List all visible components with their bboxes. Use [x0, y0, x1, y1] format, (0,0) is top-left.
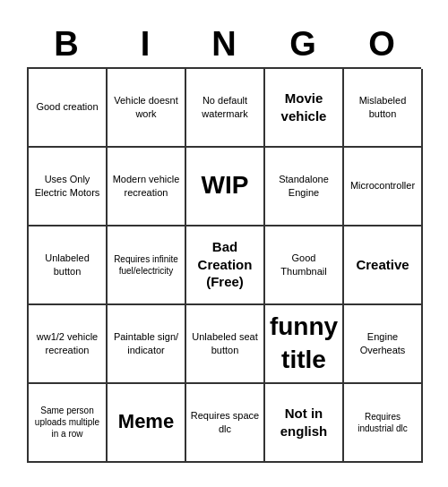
cell-22[interactable]: Requires space dlc — [186, 384, 265, 463]
cell-9[interactable]: Microcontroller — [344, 148, 423, 226]
cell-2[interactable]: No default watermark — [186, 69, 265, 148]
cell-10[interactable]: Unlabeled button — [29, 226, 108, 305]
letter-g: G — [263, 25, 342, 64]
cell-23[interactable]: Not in english — [265, 384, 344, 463]
cell-7[interactable]: WIP — [186, 148, 265, 226]
cell-16[interactable]: Paintable sign/ indicator — [108, 305, 186, 384]
bingo-card: B I N G O Good creation Vehicle doesnt w… — [18, 16, 430, 472]
letter-b: B — [27, 25, 106, 64]
cell-11[interactable]: Requires infinite fuel/electricity — [108, 226, 186, 305]
cell-24[interactable]: Requires industrial dlc — [344, 384, 423, 463]
bingo-grid: Good creation Vehicle doesnt work No def… — [27, 67, 421, 463]
cell-4[interactable]: Mislabeled button — [344, 69, 423, 148]
cell-17[interactable]: Unlabeled seat button — [186, 305, 265, 384]
cell-19[interactable]: Engine Overheats — [344, 305, 423, 384]
bingo-header: B I N G O — [27, 25, 421, 64]
cell-12[interactable]: Bad Creation (Free) — [186, 226, 265, 305]
cell-21[interactable]: Meme — [108, 384, 186, 463]
cell-3[interactable]: Movie vehicle — [265, 69, 344, 148]
letter-o: O — [342, 25, 421, 64]
cell-13[interactable]: Good Thumbnail — [265, 226, 344, 305]
cell-18[interactable]: funny title — [265, 305, 344, 384]
letter-i: I — [106, 25, 185, 64]
cell-1[interactable]: Vehicle doesnt work — [108, 69, 186, 148]
cell-5[interactable]: Uses Only Electric Motors — [29, 148, 108, 226]
cell-15[interactable]: ww1/2 vehicle recreation — [29, 305, 108, 384]
cell-0[interactable]: Good creation — [29, 69, 108, 148]
cell-20[interactable]: Same person uploads multiple in a row — [29, 384, 108, 463]
cell-6[interactable]: Modern vehicle recreation — [108, 148, 186, 226]
cell-14[interactable]: Creative — [344, 226, 423, 305]
cell-8[interactable]: Standalone Engine — [265, 148, 344, 226]
letter-n: N — [185, 25, 263, 64]
